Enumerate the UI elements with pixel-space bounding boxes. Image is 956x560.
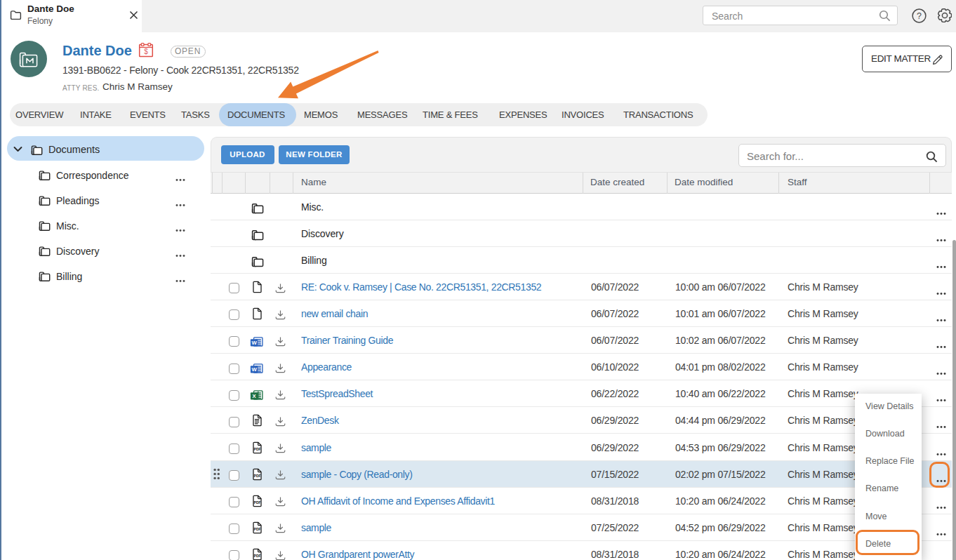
svg-text:PDF: PDF — [253, 500, 260, 505]
svg-text:W: W — [251, 340, 257, 346]
svg-text:PDF: PDF — [253, 554, 260, 558]
svg-text:?: ? — [917, 11, 922, 21]
svg-text:PDF: PDF — [253, 447, 260, 451]
svg-text:W: W — [251, 366, 257, 373]
svg-text:PDF: PDF — [253, 474, 260, 478]
svg-text:X: X — [252, 393, 256, 399]
svg-text:PDF: PDF — [253, 527, 260, 531]
svg-text:$: $ — [144, 48, 148, 55]
